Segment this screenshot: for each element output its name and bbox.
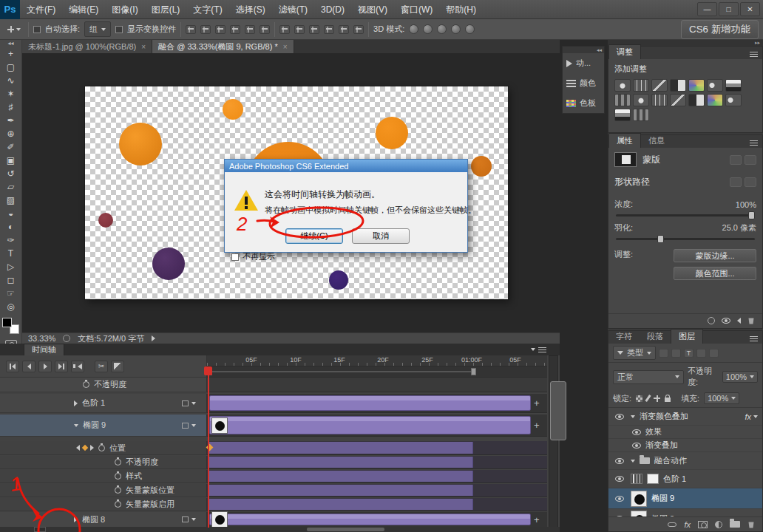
menu-window[interactable]: 窗口(W) (394, 0, 439, 19)
lock-pixels-icon[interactable] (645, 395, 651, 402)
adjustment-brightness-contrast-icon[interactable] (614, 79, 631, 92)
3d-roll-icon[interactable] (423, 24, 433, 34)
menu-file[interactable]: 文件(F) (20, 0, 62, 19)
path-operations-icon[interactable] (730, 177, 742, 187)
timeline-tab[interactable]: 时间轴 (24, 344, 64, 355)
adjustment-exposure-icon[interactable] (670, 79, 686, 92)
path-alignment-icon[interactable] (745, 177, 756, 187)
chevron-down-icon[interactable] (191, 424, 196, 427)
align-left-edges-icon[interactable] (186, 25, 196, 34)
vector-mask-icon[interactable] (745, 155, 756, 165)
clip-levels1[interactable] (209, 395, 531, 411)
slider-thumb[interactable] (748, 211, 755, 219)
menu-help[interactable]: 帮助(H) (439, 0, 483, 19)
crop-tool[interactable]: ♯ (1, 100, 21, 114)
healing-brush-tool[interactable]: ⊕ (1, 127, 21, 140)
adjustment-invert-icon[interactable] (688, 94, 705, 106)
expand-panels-icon[interactable]: ◂◂ (563, 47, 604, 53)
zoom-tool[interactable]: ◎ (1, 300, 21, 313)
layer-visibility-icon[interactable] (615, 496, 624, 502)
cs6-new-features-button[interactable]: CS6 新增功能 (681, 20, 759, 39)
apply-mask-icon[interactable] (737, 318, 741, 324)
dont-show-again-checkbox[interactable]: 不再显示 (231, 251, 275, 262)
continue-button[interactable]: 继续(C) (285, 228, 343, 244)
dodge-tool[interactable]: ◐ (1, 220, 21, 233)
maximize-button[interactable]: □ (719, 2, 739, 16)
eraser-tool[interactable]: ▱ (1, 180, 21, 194)
track-head-ellipse9[interactable]: 椭圆 9 (0, 415, 207, 437)
adjustment-color-lookup-icon[interactable] (670, 94, 686, 106)
filter-type-layers-icon[interactable]: T (684, 349, 694, 358)
clip-ellipse8[interactable] (209, 514, 531, 525)
layer-style-icon[interactable]: fx (684, 520, 691, 529)
expand-arrow-icon[interactable] (74, 516, 78, 522)
add-keyframe-button[interactable]: + (534, 512, 540, 527)
transition-button[interactable] (111, 361, 124, 372)
adjustment-selective-color-icon[interactable] (614, 109, 631, 121)
align-v-centers-icon[interactable] (245, 25, 255, 34)
filter-pixel-layers-icon[interactable] (659, 349, 668, 358)
layer-row-gradient-overlay[interactable]: 渐变叠加 (608, 439, 762, 452)
layer-row-effects[interactable]: 效果 (608, 426, 762, 439)
track-option-icon[interactable] (182, 423, 189, 429)
mute-audio-button[interactable] (71, 361, 84, 372)
tab-properties[interactable]: 属性 (608, 133, 641, 148)
lock-position-icon[interactable] (654, 395, 660, 402)
tab-paragraph[interactable]: 段落 (640, 330, 671, 344)
collapse-arrow-icon[interactable] (74, 424, 78, 427)
panel-menu-icon[interactable] (750, 140, 758, 146)
eyedropper-tool[interactable]: ✒ (1, 114, 21, 127)
adjustment-posterize-icon[interactable] (707, 94, 723, 106)
distribute-left-icon[interactable] (324, 25, 334, 34)
adjustment-gradient-map-icon[interactable] (633, 109, 649, 121)
density-value[interactable]: 100% (736, 200, 756, 209)
effect-visibility-icon[interactable] (632, 443, 641, 449)
menu-edit[interactable]: 编辑(E) (62, 0, 105, 19)
next-frame-button[interactable] (55, 361, 68, 372)
auto-select-dropdown[interactable]: 组 (84, 21, 111, 37)
cancel-button[interactable]: 取消 (352, 228, 410, 244)
pixel-mask-icon[interactable] (730, 155, 742, 165)
delete-layer-icon[interactable] (747, 521, 755, 528)
shape-tool[interactable]: ◻ (1, 273, 21, 287)
close-icon[interactable]: × (283, 43, 288, 51)
distribute-right-icon[interactable] (353, 25, 364, 34)
align-right-edges-icon[interactable] (215, 25, 225, 34)
load-selection-icon[interactable] (708, 317, 715, 324)
color-panel-button[interactable]: 颜色 (563, 73, 604, 93)
document-tab-untitled[interactable]: 未标题-1.jpg @ 100%(RGB/8) × (22, 40, 152, 53)
auto-select-checkbox[interactable] (33, 26, 41, 33)
status-menu-arrow-icon[interactable] (152, 335, 155, 341)
feather-value[interactable]: 25.0 像素 (722, 222, 756, 233)
brush-tool[interactable]: ✐ (1, 140, 21, 154)
lasso-tool[interactable]: ∿ (1, 74, 21, 87)
filter-shape-layers-icon[interactable] (696, 349, 706, 358)
tool-preset-move[interactable] (4, 26, 24, 33)
new-adjustment-layer-icon[interactable] (715, 521, 722, 528)
adjustment-layer-thumbnail[interactable] (631, 474, 642, 484)
history-brush-tool[interactable]: ↺ (1, 167, 21, 180)
timeline-vertical-scrollbar[interactable] (549, 355, 558, 528)
align-h-centers-icon[interactable] (200, 25, 211, 34)
minimize-button[interactable]: — (697, 2, 717, 16)
timeline-ruler[interactable]: 05F 10F 15F 20F 25F 01:00F 05F (207, 355, 547, 366)
stopwatch-icon[interactable] (115, 487, 121, 494)
distribute-bottom-icon[interactable] (309, 25, 319, 34)
menu-image[interactable]: 图像(I) (105, 0, 144, 19)
adjustment-black-white-icon[interactable] (614, 94, 631, 106)
go-to-first-frame-button[interactable] (6, 361, 19, 372)
close-button[interactable]: ✕ (740, 2, 760, 16)
layer-visibility-icon[interactable] (615, 458, 624, 464)
menu-select[interactable]: 选择(S) (229, 0, 272, 19)
rectangular-marquee-tool[interactable]: ▢ (1, 61, 21, 74)
quick-selection-tool[interactable]: ✶ (1, 87, 21, 100)
stopwatch-icon[interactable] (115, 473, 121, 480)
mask-edge-button[interactable]: 蒙版边缘... (674, 249, 756, 262)
chevron-down-icon[interactable] (191, 402, 196, 405)
scrollbar-thumb[interactable] (550, 381, 566, 440)
collapse-arrow-icon[interactable] (631, 415, 635, 418)
play-button[interactable] (38, 361, 52, 372)
tab-info[interactable]: 信息 (641, 134, 672, 148)
layer-row-fusion-group[interactable]: 融合动作 (608, 452, 762, 470)
align-top-edges-icon[interactable] (230, 25, 240, 34)
